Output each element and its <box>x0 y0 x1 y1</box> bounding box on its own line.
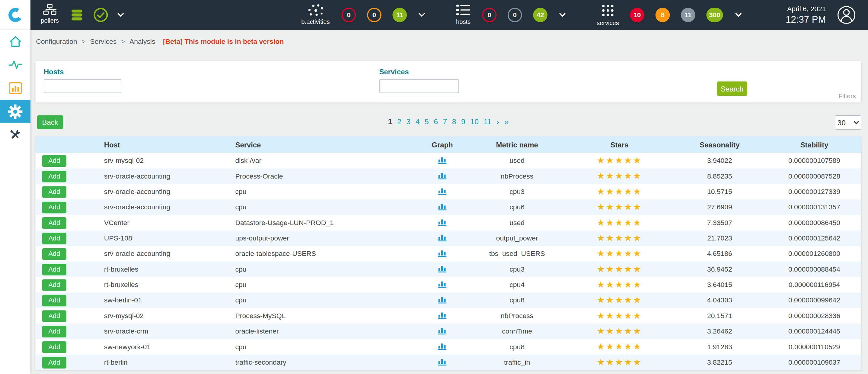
sidebar-item-tools[interactable] <box>0 123 30 146</box>
graph-cell <box>417 202 467 212</box>
breadcrumb-item[interactable]: Analysis <box>129 38 155 46</box>
home-icon <box>8 35 22 48</box>
chevron-down-icon[interactable] <box>559 13 566 17</box>
service-cell: oracle-tablespace-USERS <box>236 250 417 258</box>
add-button[interactable]: Add <box>42 294 66 306</box>
table-row: Addsrv-oracle-crmoracle-listenerconnTime… <box>35 323 861 339</box>
pagination-page-6[interactable]: 6 <box>434 117 438 126</box>
add-button[interactable]: Add <box>42 232 66 244</box>
add-button[interactable]: Add <box>42 186 66 198</box>
add-button[interactable]: Add <box>42 356 66 368</box>
add-button[interactable]: Add <box>42 326 66 338</box>
pollers-label: pollers <box>41 17 59 24</box>
metric-cell: cpu6 <box>467 203 567 211</box>
table-body: Addsrv-mysql-02disk-/varused★★★★★3.94022… <box>35 153 861 370</box>
sidebar-item-reporting[interactable] <box>0 77 30 100</box>
pagination-page-10[interactable]: 10 <box>470 117 479 126</box>
service-cell: cpu <box>236 343 417 351</box>
add-button[interactable]: Add <box>42 170 66 182</box>
pollers-menu[interactable]: pollers <box>36 4 63 24</box>
status-badge-ring-gray[interactable]: 0 <box>508 8 522 22</box>
breadcrumb-item[interactable]: Configuration <box>36 38 77 46</box>
status-badge-fill-orange[interactable]: 8 <box>655 8 670 22</box>
pagination-page-2[interactable]: 2 <box>397 117 401 126</box>
host-cell: srv-oracle-accounting <box>104 188 236 196</box>
status-badge-fill-green[interactable]: 42 <box>533 8 548 22</box>
graph-icon[interactable] <box>438 357 447 366</box>
table-row: Addrt-bruxellescpucpu3★★★★★36.94520.0000… <box>35 262 861 277</box>
status-badge-ring-orange[interactable]: 0 <box>367 8 381 22</box>
status-badge-fill-green[interactable]: 300 <box>706 8 723 22</box>
add-button[interactable]: Add <box>42 201 66 213</box>
graph-icon[interactable] <box>438 295 447 304</box>
graph-icon[interactable] <box>438 233 447 242</box>
search-button[interactable]: Search <box>717 82 747 96</box>
services-menu[interactable]: services <box>593 4 622 26</box>
status-badge-fill-red[interactable]: 10 <box>630 8 644 22</box>
graph-icon[interactable] <box>438 202 447 210</box>
pagination-next[interactable]: › <box>496 117 499 126</box>
graph-cell <box>417 295 467 306</box>
page-size-select[interactable]: 30 <box>835 115 861 130</box>
chevron-down-icon[interactable] <box>117 13 124 17</box>
services-filter-input[interactable] <box>379 79 459 93</box>
pagination-page-4[interactable]: 4 <box>415 117 420 126</box>
graph-icon[interactable] <box>438 280 447 288</box>
pagination-page-1[interactable]: 1 <box>388 117 392 126</box>
add-button[interactable]: Add <box>42 263 66 275</box>
pagination-page-7[interactable]: 7 <box>443 117 447 126</box>
metric-cell: connTime <box>467 327 567 335</box>
back-button[interactable]: Back <box>37 115 63 129</box>
pagination-page-8[interactable]: 8 <box>452 117 456 126</box>
pagination-page-5[interactable]: 5 <box>425 117 429 126</box>
table-row: AddVCenterDatastore-Usage-LUN-PROD_1used… <box>35 215 861 230</box>
metric-cell: nbProcess <box>467 172 567 180</box>
graph-cell <box>417 357 467 367</box>
database-latency-icon[interactable] <box>70 8 84 22</box>
status-badge-ring-red[interactable]: 0 <box>342 8 356 22</box>
status-badge-fill-green[interactable]: 11 <box>392 8 407 22</box>
chevron-down-icon[interactable] <box>418 13 425 17</box>
graph-icon[interactable] <box>438 155 447 164</box>
metric-cell: cpu4 <box>467 281 567 289</box>
analysis-table: HostServiceGraphMetric nameStarsSeasonal… <box>35 136 861 370</box>
hosts-menu[interactable]: hosts <box>451 4 476 25</box>
centreon-logo[interactable] <box>0 0 30 30</box>
status-badge-ring-red[interactable]: 0 <box>482 8 497 22</box>
graph-cell <box>417 342 467 352</box>
add-button[interactable]: Add <box>42 279 66 291</box>
hosts-filter-input[interactable] <box>44 79 121 93</box>
poller-health-icon[interactable] <box>93 7 108 23</box>
graph-cell <box>417 187 467 197</box>
status-badge-fill-gray[interactable]: 11 <box>681 8 695 22</box>
tools-icon <box>8 128 22 142</box>
add-button[interactable]: Add <box>42 248 66 260</box>
graph-icon[interactable] <box>438 218 447 226</box>
graph-icon[interactable] <box>438 326 447 335</box>
add-button[interactable]: Add <box>42 217 66 229</box>
sidebar-item-home[interactable] <box>0 30 30 53</box>
user-profile-icon[interactable] <box>837 5 856 24</box>
sidebar-item-monitoring[interactable] <box>0 53 30 77</box>
sidebar-item-configuration[interactable] <box>0 100 30 123</box>
add-button[interactable]: Add <box>42 310 66 322</box>
graph-icon[interactable] <box>438 311 447 319</box>
graph-icon[interactable] <box>438 264 447 273</box>
pagination-page-9[interactable]: 9 <box>461 117 465 126</box>
ba-menu[interactable]: b.activities <box>299 4 332 25</box>
graph-icon[interactable] <box>438 187 447 195</box>
add-cell: Add <box>35 263 104 275</box>
add-button[interactable]: Add <box>42 155 66 167</box>
pagination-last[interactable]: » <box>504 117 508 126</box>
beta-notice: [Beta] This module is in beta version <box>163 38 284 46</box>
add-button[interactable]: Add <box>42 341 66 353</box>
pagination-page-3[interactable]: 3 <box>406 117 410 126</box>
seasonality-cell: 21.7023 <box>672 234 767 242</box>
graph-icon[interactable] <box>438 249 447 257</box>
graph-icon[interactable] <box>438 171 447 180</box>
breadcrumb-item[interactable]: Services <box>90 38 117 46</box>
pagination-page-11[interactable]: 11 <box>484 117 491 126</box>
sidebar-menu <box>0 30 30 374</box>
chevron-down-icon[interactable] <box>735 13 742 17</box>
graph-icon[interactable] <box>438 342 447 350</box>
